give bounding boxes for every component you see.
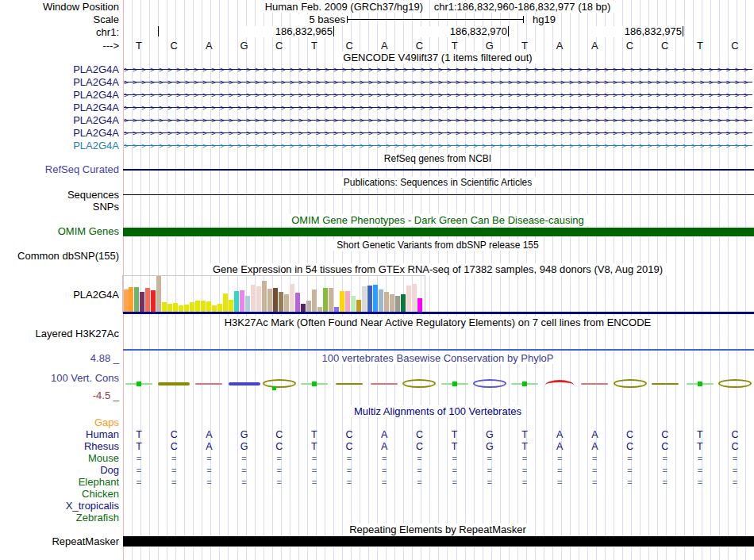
gtex-tissue-bar[interactable]	[312, 290, 317, 312]
gtex-tissue-bar[interactable]	[229, 300, 233, 312]
gencode-transcript-arrow-row[interactable]: >>>>>>>>>>>>>>>>>>>>>>>>>>>>>>>>>>>>>>>>…	[124, 114, 752, 127]
gtex-tissue-bar[interactable]	[384, 292, 389, 312]
gtex-tissue-bar[interactable]	[134, 287, 139, 312]
multiz-alignment-cell: C	[656, 441, 675, 453]
gtex-tissue-bar[interactable]	[151, 290, 156, 312]
multiz-species-label[interactable]: X_tropicalis	[0, 501, 119, 512]
multiz-species-label[interactable]: Rhesus	[0, 441, 119, 452]
gtex-tissue-bar[interactable]	[284, 294, 289, 312]
omim-genes-label[interactable]: OMIM Genes	[0, 226, 119, 237]
gtex-tissue-bar[interactable]	[217, 304, 222, 312]
gencode-transcript-arrow-row[interactable]: >>>>>>>>>>>>>>>>>>>>>>>>>>>>>>>>>>>>>>>>…	[124, 89, 752, 102]
gtex-tissue-bar[interactable]	[323, 288, 328, 312]
gtex-tissue-bar[interactable]	[301, 304, 306, 312]
vert-cons-label[interactable]: 100 Vert. Cons	[0, 373, 119, 384]
snps-label[interactable]: SNPs	[0, 201, 119, 213]
gtex-tissue-bar[interactable]	[240, 290, 244, 312]
gtex-tissue-bar[interactable]	[417, 298, 422, 312]
refseq-curated-label[interactable]: RefSeq Curated	[0, 164, 119, 175]
gtex-tissue-bar[interactable]	[362, 286, 367, 312]
gtex-tissue-bar[interactable]	[206, 301, 211, 312]
gtex-tissue-bar[interactable]	[395, 296, 400, 312]
gtex-tissue-bar[interactable]	[251, 285, 256, 312]
gtex-tissue-bar[interactable]	[279, 292, 283, 312]
gencode-gene-label[interactable]: PLA2G4A	[0, 90, 119, 101]
gencode-gene-label[interactable]: PLA2G4A	[0, 102, 119, 113]
common-dbsnp-label[interactable]: Common dbSNP(155)	[0, 251, 119, 262]
gtex-tissue-bar[interactable]	[267, 289, 272, 312]
gtex-tissue-bar[interactable]	[390, 294, 394, 312]
gencode-gene-label[interactable]: PLA2G4A	[0, 115, 119, 126]
multiz-species-label[interactable]: Dog	[0, 465, 119, 476]
gtex-tissue-bar[interactable]	[140, 292, 144, 312]
multiz-alignment-cell: =	[585, 453, 604, 465]
gtex-tissue-bar[interactable]	[195, 301, 200, 312]
gencode-transcript-arrow-row[interactable]: >>>>>>>>>>>>>>>>>>>>>>>>>>>>>>>>>>>>>>>>…	[124, 63, 752, 76]
multiz-species-label[interactable]: Zebrafish	[0, 512, 119, 524]
sequences-label[interactable]: Sequences	[0, 190, 119, 201]
gtex-tissue-bar[interactable]	[351, 296, 356, 312]
gtex-tissue-bar[interactable]	[212, 305, 217, 312]
repeatmasker-label[interactable]: RepeatMasker	[0, 536, 119, 547]
multiz-species-label[interactable]: Human	[0, 429, 119, 440]
multiz-species-label[interactable]: Chicken	[0, 489, 119, 500]
gtex-tissue-bar[interactable]	[295, 293, 300, 312]
gtex-tissue-bar[interactable]	[256, 286, 261, 312]
multiz-alignment-cell: =	[129, 465, 148, 477]
gtex-gene-label[interactable]: PLA2G4A	[0, 290, 119, 301]
gencode-transcript-arrow-row[interactable]: >>>>>>>>>>>>>>>>>>>>>>>>>>>>>>>>>>>>>>>>…	[124, 127, 752, 140]
gtex-tissue-bar[interactable]	[290, 284, 294, 312]
gtex-tissue-bar[interactable]	[412, 284, 417, 312]
gtex-tissue-bar[interactable]	[306, 301, 311, 312]
gtex-tissue-bar[interactable]	[356, 300, 361, 312]
multiz-alignment-cell: =	[621, 465, 640, 477]
gtex-tissue-bar[interactable]	[184, 305, 189, 312]
phylop-dash	[652, 383, 679, 385]
gencode-gene-label[interactable]: PLA2G4A	[0, 128, 119, 139]
ruler-tick	[333, 26, 334, 36]
multiz-species-label[interactable]: Elephant	[0, 477, 119, 488]
gtex-tissue-bar[interactable]	[145, 288, 150, 312]
gtex-tissue-bar[interactable]	[162, 302, 167, 312]
gtex-tissue-bar[interactable]	[201, 301, 206, 312]
gtex-tissue-bar[interactable]	[223, 293, 228, 312]
gtex-tissue-bar[interactable]	[379, 290, 383, 312]
gencode-gene-label[interactable]: PLA2G4A	[0, 77, 119, 88]
gtex-tissue-bar[interactable]	[129, 287, 133, 312]
multiz-species-label[interactable]: Gaps	[0, 417, 119, 428]
gtex-tissue-bar[interactable]	[367, 286, 372, 312]
gtex-tissue-bar[interactable]	[167, 304, 172, 312]
gtex-tissue-bar[interactable]	[245, 296, 250, 312]
repeatmasker-bar[interactable]	[123, 536, 754, 547]
gtex-tissue-bar[interactable]	[179, 305, 183, 312]
multiz-alignment-cell: T	[691, 441, 710, 453]
sequence-base: A	[550, 40, 569, 52]
gtex-tissue-bar[interactable]	[190, 302, 194, 312]
gtex-tissue-bar[interactable]	[173, 303, 178, 312]
gtex-tissue-bar[interactable]	[329, 288, 333, 312]
gtex-tissue-bar[interactable]	[345, 291, 350, 312]
multiz-alignment-cell: =	[305, 453, 324, 465]
gtex-tissue-bar[interactable]	[234, 291, 239, 312]
omim-genes-bar[interactable]	[123, 228, 754, 236]
gencode-gene-label[interactable]: PLA2G4A	[0, 64, 119, 75]
gtex-tissue-bar[interactable]	[406, 286, 411, 312]
layered-h3k27ac-label[interactable]: Layered H3K27Ac	[0, 328, 119, 339]
gencode-gene-label[interactable]: PLA2G4A	[0, 140, 119, 152]
refseq-curated-track-line[interactable]	[123, 169, 754, 171]
gencode-transcript-arrow-row[interactable]: >>>>>>>>>>>>>>>>>>>>>>>>>>>>>>>>>>>>>>>>…	[124, 76, 752, 89]
gtex-baseline	[123, 312, 754, 314]
gencode-transcript-arrow-row[interactable]: >>>>>>>>>>>>>>>>>>>>>>>>>>>>>>>>>>>>>>>>…	[124, 102, 752, 114]
gtex-tissue-bar[interactable]	[124, 290, 129, 312]
strand-arrowheads: >>>>>>>>>>>>>>>>>>>>>>>>>>>>>>>>>>>>>>>>…	[124, 140, 752, 152]
multiz-species-label[interactable]: Mouse	[0, 453, 119, 464]
gtex-tissue-bar[interactable]	[262, 281, 267, 312]
gtex-tissue-bar[interactable]	[373, 285, 378, 312]
gtex-tissue-bar[interactable]	[156, 276, 161, 312]
sequences-track-line[interactable]	[123, 194, 754, 195]
ruler-tick-label: 186,832,970	[414, 26, 507, 37]
gtex-tissue-bar[interactable]	[273, 288, 278, 312]
gtex-tissue-bar[interactable]	[340, 291, 344, 312]
gencode-transcript-arrow-row[interactable]: >>>>>>>>>>>>>>>>>>>>>>>>>>>>>>>>>>>>>>>>…	[124, 140, 752, 152]
gtex-tissue-bar[interactable]	[401, 294, 406, 312]
